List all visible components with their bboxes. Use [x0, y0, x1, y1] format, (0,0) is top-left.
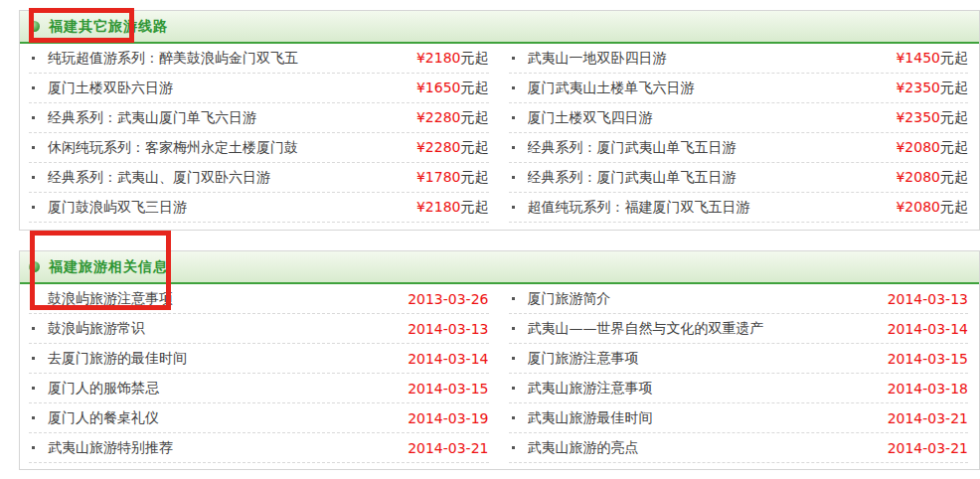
gray-dot-icon — [512, 146, 515, 149]
route-link[interactable]: 武夷山一地双卧四日游 — [528, 50, 889, 68]
article-link[interactable]: 武夷山——世界自然与文化的双重遗产 — [528, 320, 880, 338]
green-sphere-icon — [29, 21, 40, 32]
article-link[interactable]: 武夷山旅游注意事项 — [528, 380, 880, 398]
price: ¥2080元起 — [896, 199, 968, 217]
price: ¥2350元起 — [896, 80, 968, 97]
gray-dot-icon — [512, 116, 515, 119]
route-link[interactable]: 厦门土楼双飞四日游 — [528, 109, 889, 127]
article-link[interactable]: 武夷山旅游特别推荐 — [48, 439, 400, 457]
price: ¥2350元起 — [896, 109, 968, 127]
gray-dot-icon — [512, 416, 515, 419]
date: 2014-03-14 — [408, 351, 488, 367]
article-link[interactable]: 武夷山旅游最佳时间 — [528, 409, 880, 427]
list-item: 厦门土楼双卧六日游¥1650元起 — [29, 74, 489, 103]
route-link[interactable]: 经典系列：厦门武夷山单飞五日游 — [528, 139, 889, 157]
panel-info-header: 福建旅游相关信息 — [20, 251, 979, 284]
list-item: 武夷山旅游特别推荐2014-03-21 — [29, 433, 489, 463]
date: 2014-03-14 — [888, 321, 968, 337]
panel-routes-header: 福建其它旅游线路 — [20, 11, 979, 44]
list-item: 武夷山一地双卧四日游¥1450元起 — [509, 44, 969, 74]
route-link[interactable]: 纯玩超值游系列：醉美鼓浪屿金门双飞五 — [48, 50, 408, 68]
route-link[interactable]: 经典系列：武夷山厦门单飞六日游 — [48, 109, 408, 127]
article-link[interactable]: 厦门人的服饰禁忌 — [48, 380, 400, 398]
gray-dot-icon — [512, 446, 515, 449]
route-link[interactable]: 经典系列：厦门武夷山单飞五日游 — [528, 169, 889, 187]
routes-column-right: 武夷山一地双卧四日游¥1450元起 厦门武夷山土楼单飞六日游¥2350元起 厦门… — [500, 44, 980, 223]
list-item: 厦门旅游简介2014-03-13 — [509, 284, 969, 314]
list-item: 鼓浪屿旅游常识2014-03-13 — [29, 314, 489, 344]
list-item: 厦门人的餐桌礼仪2014-03-19 — [29, 403, 489, 433]
panel-fujian-routes: 福建其它旅游线路 纯玩超值游系列：醉美鼓浪屿金门双飞五¥2180元起 厦门土楼双… — [19, 10, 980, 231]
gray-dot-icon — [512, 297, 515, 300]
gray-dot-icon — [512, 86, 515, 89]
list-item: 经典系列：武夷山厦门单飞六日游¥2280元起 — [29, 103, 489, 133]
route-link[interactable]: 经典系列：武夷山、厦门双卧六日游 — [48, 169, 408, 187]
green-sphere-icon — [29, 261, 40, 272]
list-item: 武夷山旅游注意事项2014-03-18 — [509, 374, 969, 403]
date: 2014-03-15 — [888, 351, 968, 367]
info-column-right: 厦门旅游简介2014-03-13 武夷山——世界自然与文化的双重遗产2014-0… — [500, 284, 980, 463]
list-item: 厦门人的服饰禁忌2014-03-15 — [29, 374, 489, 403]
panel-routes-columns: 纯玩超值游系列：醉美鼓浪屿金门双飞五¥2180元起 厦门土楼双卧六日游¥1650… — [20, 44, 979, 223]
price: ¥2080元起 — [896, 139, 968, 157]
date: 2014-03-21 — [888, 410, 968, 426]
article-link[interactable]: 鼓浪屿旅游常识 — [48, 320, 400, 338]
gray-dot-icon — [32, 176, 35, 179]
panel-fujian-info: 福建旅游相关信息 鼓浪屿旅游注意事项2013-03-26 鼓浪屿旅游常识2014… — [19, 250, 980, 470]
gray-dot-icon — [512, 206, 515, 209]
route-link[interactable]: 超值纯玩系列：福建厦门双飞五日游 — [528, 199, 889, 217]
gray-dot-icon — [32, 446, 35, 449]
date: 2014-03-13 — [888, 291, 968, 307]
gray-dot-icon — [32, 357, 35, 360]
routes-column-left: 纯玩超值游系列：醉美鼓浪屿金门双飞五¥2180元起 厦门土楼双卧六日游¥1650… — [20, 44, 500, 223]
article-link[interactable]: 去厦门旅游的最佳时间 — [48, 350, 400, 368]
gray-dot-icon — [32, 86, 35, 89]
gray-dot-icon — [512, 387, 515, 390]
gray-dot-icon — [32, 327, 35, 330]
list-item: 厦门武夷山土楼单飞六日游¥2350元起 — [509, 74, 969, 103]
price: ¥1650元起 — [416, 80, 489, 97]
list-item: 经典系列：厦门武夷山单飞五日游¥2080元起 — [509, 163, 969, 193]
price: ¥2080元起 — [896, 169, 968, 187]
gray-dot-icon — [512, 327, 515, 330]
price: ¥2280元起 — [416, 139, 489, 157]
date: 2014-03-21 — [408, 440, 488, 456]
gray-dot-icon — [512, 176, 515, 179]
panel-info-title: 福建旅游相关信息 — [49, 258, 168, 276]
article-link[interactable]: 厦门人的餐桌礼仪 — [48, 409, 400, 427]
list-item: 经典系列：厦门武夷山单飞五日游¥2080元起 — [509, 133, 969, 163]
gray-dot-icon — [32, 297, 35, 300]
list-item: 厦门鼓浪屿双飞三日游¥2180元起 — [29, 193, 489, 223]
route-link[interactable]: 厦门武夷山土楼单飞六日游 — [528, 80, 889, 97]
list-item: 武夷山——世界自然与文化的双重遗产2014-03-14 — [509, 314, 969, 344]
gray-dot-icon — [32, 416, 35, 419]
info-column-left: 鼓浪屿旅游注意事项2013-03-26 鼓浪屿旅游常识2014-03-13 去厦… — [20, 284, 500, 463]
list-item: 去厦门旅游的最佳时间2014-03-14 — [29, 344, 489, 374]
route-link[interactable]: 厦门鼓浪屿双飞三日游 — [48, 199, 408, 217]
price: ¥1450元起 — [896, 50, 968, 68]
gray-dot-icon — [32, 146, 35, 149]
list-item: 鼓浪屿旅游注意事项2013-03-26 — [29, 284, 489, 314]
list-item: 武夷山旅游的亮点2014-03-21 — [509, 433, 969, 463]
date: 2014-03-19 — [408, 410, 488, 426]
article-link[interactable]: 厦门旅游简介 — [528, 290, 880, 308]
price: ¥1780元起 — [416, 169, 489, 187]
gray-dot-icon — [32, 387, 35, 390]
article-link[interactable]: 鼓浪屿旅游注意事项 — [48, 290, 400, 308]
list-item: 纯玩超值游系列：醉美鼓浪屿金门双飞五¥2180元起 — [29, 44, 489, 74]
date: 2014-03-15 — [408, 381, 488, 397]
list-item: 厦门土楼双飞四日游¥2350元起 — [509, 103, 969, 133]
panel-info-columns: 鼓浪屿旅游注意事项2013-03-26 鼓浪屿旅游常识2014-03-13 去厦… — [20, 284, 979, 463]
route-link[interactable]: 休闲纯玩系列：客家梅州永定土楼厦门鼓 — [48, 139, 408, 157]
gray-dot-icon — [512, 57, 515, 60]
article-link[interactable]: 武夷山旅游的亮点 — [528, 439, 880, 457]
list-item: 休闲纯玩系列：客家梅州永定土楼厦门鼓¥2280元起 — [29, 133, 489, 163]
price: ¥2280元起 — [416, 109, 489, 127]
date: 2014-03-21 — [888, 440, 968, 456]
article-link[interactable]: 厦门旅游注意事项 — [528, 350, 880, 368]
route-link[interactable]: 厦门土楼双卧六日游 — [48, 80, 408, 97]
list-item: 超值纯玩系列：福建厦门双飞五日游¥2080元起 — [509, 193, 969, 223]
date: 2013-03-26 — [408, 291, 488, 307]
gray-dot-icon — [32, 206, 35, 209]
list-item: 厦门旅游注意事项2014-03-15 — [509, 344, 969, 374]
